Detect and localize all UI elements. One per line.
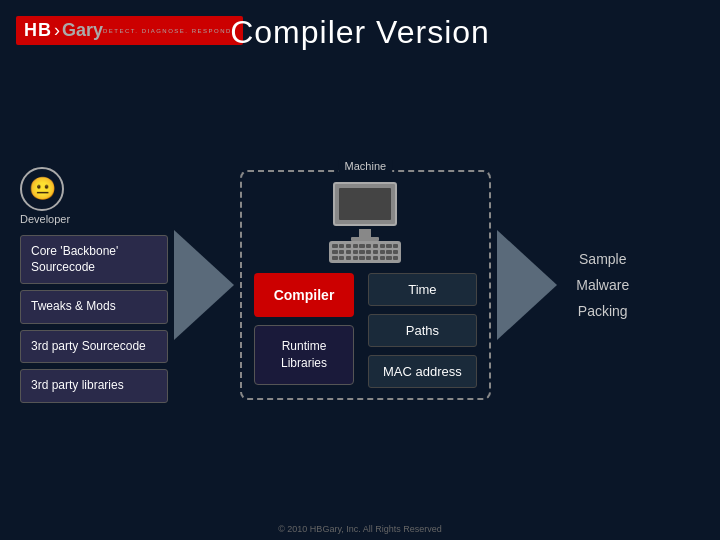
footer: © 2010 HBGary, Inc. All Rights Reserved	[0, 524, 720, 534]
keyboard	[329, 241, 401, 263]
result-malware: Malware	[563, 277, 643, 293]
prop-paths: Paths	[368, 314, 477, 347]
page-title: Compiler Version	[0, 14, 720, 51]
left-column: 😐 Developer Core 'Backbone' Sourcecode T…	[20, 167, 168, 403]
result-sample: Sample	[563, 251, 643, 267]
prop-time: Time	[368, 273, 477, 306]
machine-dashed-box: Machine Compiler Runtim	[240, 170, 491, 400]
runtime-box: RuntimeLibraries	[254, 325, 354, 385]
arrow-to-results	[497, 230, 557, 340]
monitor	[333, 182, 397, 226]
arrow-to-machine	[174, 230, 234, 340]
content: 😐 Developer Core 'Backbone' Sourcecode T…	[0, 60, 720, 510]
source-tweaks: Tweaks & Mods	[20, 290, 168, 324]
source-3rdparty: 3rd party Sourcecode	[20, 330, 168, 364]
properties-column: Time Paths MAC address	[368, 273, 477, 388]
prop-mac: MAC address	[368, 355, 477, 388]
right-column: Sample Malware Packing	[563, 251, 643, 319]
compiler-section: Compiler RuntimeLibraries	[254, 273, 354, 388]
developer-label: Developer	[20, 213, 70, 225]
source-libraries: 3rd party libraries	[20, 369, 168, 403]
face-icon: 😐	[20, 167, 64, 211]
monitor-stand	[359, 229, 371, 237]
compiler-box: Compiler	[254, 273, 354, 317]
machine-wrapper: Machine Compiler Runtim	[240, 170, 491, 400]
developer-section: 😐 Developer	[20, 167, 168, 225]
monitor-inner	[339, 188, 391, 220]
source-backbone: Core 'Backbone' Sourcecode	[20, 235, 168, 284]
computer-icon	[329, 182, 401, 263]
result-packing: Packing	[563, 303, 643, 319]
runtime-label: RuntimeLibraries	[281, 339, 327, 370]
machine-label: Machine	[339, 160, 393, 172]
